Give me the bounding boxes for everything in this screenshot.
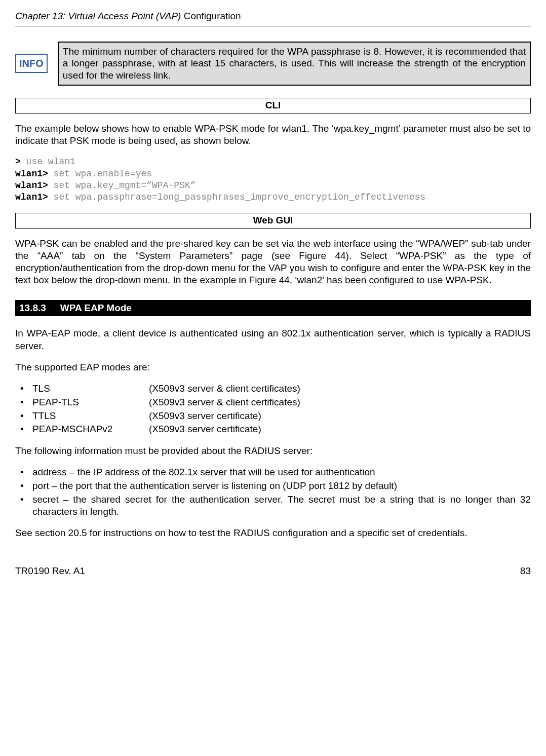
list-item: • TTLS (X509v3 server certificate) [15,410,531,423]
list-item: • PEAP-MSCHAPv2 (X509v3 server certifica… [15,423,531,436]
radius-item-text: address – the IP address of the 802.1x s… [32,466,531,478]
radius-item-text: secret – the shared secret for the authe… [32,494,531,518]
code-cmd: set wpa.passphrase=long_passphrases_impr… [48,192,425,202]
radius-info-label: The following information must be provid… [15,445,531,457]
chapter-prefix: Chapter 13: Virtual Access Point (VAP) [15,11,184,21]
code-prompt: wlan1> [15,192,48,202]
info-callout: INFO The minimum number of characters re… [15,42,531,86]
closing-text: See section 20.5 for instructions on how… [15,527,531,539]
section-intro: In WPA-EAP mode, a client device is auth… [15,327,531,352]
bullet-icon: • [15,466,32,479]
info-badge: INFO [15,54,48,73]
chapter-title: Chapter 13: Virtual Access Point (VAP) C… [15,10,241,23]
eap-mode-desc: (X509v3 server & client certificates) [149,396,531,409]
bullet-icon: • [15,494,32,506]
webgui-text: WPA-PSK can be enabled and the pre-share… [15,238,531,287]
webgui-label: Web GUI [15,213,531,229]
eap-mode-desc: (X509v3 server & client certificates) [149,383,531,395]
code-prompt: wlan1> [15,180,48,191]
eap-mode-name: TTLS [32,410,149,423]
radius-item-text: port – the port that the authentication … [32,480,531,492]
bullet-icon: • [15,423,32,436]
eap-modes-list: • TLS (X509v3 server & client certificat… [15,383,531,436]
eap-mode-name: TLS [32,383,149,395]
section-title: WPA EAP Mode [60,302,132,315]
page-footer: TR0190 Rev. A1 83 [15,565,531,578]
radius-info-list: • address – the IP address of the 802.1x… [15,466,531,518]
list-item: • port – the port that the authenticatio… [15,480,531,493]
eap-mode-name: PEAP-MSCHAPv2 [32,423,149,436]
footer-doc-id: TR0190 Rev. A1 [15,565,85,578]
list-item: • PEAP-TLS (X509v3 server & client certi… [15,396,531,409]
bullet-icon: • [15,383,32,395]
list-item: • TLS (X509v3 server & client certificat… [15,383,531,395]
eap-mode-name: PEAP-TLS [32,396,149,409]
code-cmd: set wpa.key_mgmt=”WPA-PSK” [48,180,196,191]
supported-eap-label: The supported EAP modes are: [15,361,531,373]
cli-code-block: > use wlan1 wlan1> set wpa.enable=yes wl… [15,156,531,204]
section-header: 13.8.3 WPA EAP Mode [15,300,531,317]
bullet-icon: • [15,396,32,409]
cli-intro: The example below shows how to enable WP… [15,123,531,147]
eap-mode-desc: (X509v3 server certificate) [149,410,531,423]
bullet-icon: • [15,410,32,423]
page-header: Chapter 13: Virtual Access Point (VAP) C… [15,10,531,26]
code-prompt: wlan1> [15,169,48,179]
list-item: • address – the IP address of the 802.1x… [15,466,531,479]
eap-mode-desc: (X509v3 server certificate) [149,423,531,436]
info-text: The minimum number of characters require… [58,42,531,86]
bullet-icon: • [15,480,32,493]
chapter-suffix: Configuration [184,11,241,21]
code-cmd: set wpa.enable=yes [48,169,152,179]
section-number: 13.8.3 [19,302,46,315]
list-item: • secret – the shared secret for the aut… [15,494,531,518]
cli-label: CLI [15,98,531,114]
code-cmd: use wlan1 [21,157,75,167]
code-prompt: > [15,157,21,167]
footer-page-number: 83 [520,565,531,578]
